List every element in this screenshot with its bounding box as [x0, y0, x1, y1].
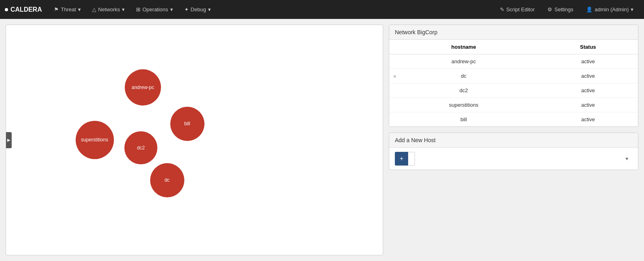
network-node[interactable]: dc2 — [124, 131, 157, 164]
cell-hostname: dc2 — [389, 83, 538, 98]
select-arrow-icon: ▼ — [625, 156, 629, 161]
navbar: CALDERA ⚑ Threat ▾ △ Networks ▾ ⊞ Operat… — [0, 0, 644, 19]
add-host-button[interactable]: + — [395, 152, 408, 166]
gear-icon: ⚙ — [547, 6, 552, 12]
network-panel-header: Network BigCorp — [389, 25, 638, 40]
cell-status: active — [538, 83, 638, 98]
table-row: ×dcactive — [389, 69, 638, 83]
script-icon: ✎ — [500, 6, 504, 12]
network-node[interactable]: andrew-pc — [125, 69, 161, 106]
nav-operations-label: Operations — [142, 6, 168, 12]
nav-script-editor[interactable]: ✎ Script Editor — [494, 0, 541, 19]
viz-panel: ▶ andrew-pcbillsuperstitionsdc2dc — [6, 25, 383, 255]
nav-threat-label: Threat — [61, 6, 76, 12]
cell-hostname: andrew-pc — [389, 54, 538, 69]
network-title: Network BigCorp — [395, 29, 438, 35]
col-hostname: hostname — [389, 40, 538, 54]
node-label: andrew-pc — [130, 85, 156, 90]
cell-status: active — [538, 69, 638, 83]
viz-canvas: andrew-pcbillsuperstitionsdc2dc — [6, 25, 383, 255]
node-label: superstitions — [79, 137, 109, 143]
table-row: andrew-pcactive — [389, 54, 638, 69]
networks-icon: △ — [92, 6, 96, 12]
threat-icon: ⚑ — [54, 6, 59, 12]
node-label: bill — [183, 121, 192, 126]
node-label: dc2 — [135, 145, 146, 151]
network-node[interactable]: dc — [150, 163, 184, 197]
network-node[interactable]: bill — [170, 107, 204, 141]
operations-icon: ⊞ — [136, 6, 140, 12]
cell-hostname: ×dc — [389, 69, 538, 83]
host-select-wrapper: ▼ — [408, 152, 632, 166]
chevron-down-icon: ▾ — [78, 6, 81, 12]
table-row: billactive — [389, 112, 638, 127]
brand[interactable]: CALDERA — [5, 6, 42, 13]
debug-icon: ✦ — [184, 6, 189, 12]
add-host-title: Add a New Host — [395, 137, 436, 143]
node-label: dc — [163, 177, 171, 183]
cell-status: active — [538, 112, 638, 127]
chevron-down-icon: ▾ — [208, 6, 211, 12]
cell-hostname: bill — [389, 112, 538, 127]
main-content: ▶ andrew-pcbillsuperstitionsdc2dc Networ… — [0, 19, 644, 261]
host-select[interactable] — [408, 152, 415, 166]
add-host-header: Add a New Host — [389, 133, 638, 148]
nav-threat[interactable]: ⚑ Threat ▾ — [48, 0, 87, 19]
nav-debug[interactable]: ✦ Debug ▾ — [179, 0, 217, 19]
nav-networks[interactable]: △ Networks ▾ — [87, 0, 130, 19]
nav-operations[interactable]: ⊞ Operations ▾ — [130, 0, 179, 19]
network-node[interactable]: superstitions — [76, 121, 114, 159]
add-host-panel: Add a New Host + ▼ — [389, 133, 638, 170]
add-host-body: + ▼ — [389, 148, 638, 170]
table-row: superstitionsactive — [389, 98, 638, 112]
nav-script-editor-label: Script Editor — [506, 6, 535, 12]
user-icon: 👤 — [586, 6, 592, 12]
nav-settings[interactable]: ⚙ Settings — [542, 0, 579, 19]
nav-admin[interactable]: 👤 admin (Admin) ▾ — [580, 0, 639, 19]
nav-settings-label: Settings — [554, 6, 573, 12]
table-row: dc2active — [389, 83, 638, 98]
cell-status: active — [538, 98, 638, 112]
brand-dot — [5, 8, 8, 11]
brand-name: CALDERA — [10, 6, 42, 13]
network-panel: Network BigCorp hostname Status andrew-p… — [389, 25, 638, 127]
nav-right: ✎ Script Editor ⚙ Settings 👤 admin (Admi… — [494, 0, 639, 19]
nav-admin-label: admin (Admin) — [594, 6, 629, 12]
nav-networks-label: Networks — [98, 6, 120, 12]
x-mark-icon[interactable]: × — [393, 73, 396, 79]
chevron-down-icon: ▾ — [170, 6, 173, 12]
chevron-down-icon: ▾ — [122, 6, 125, 12]
col-status: Status — [538, 40, 638, 54]
cell-status: active — [538, 54, 638, 69]
chevron-down-icon: ▾ — [631, 6, 634, 12]
nav-debug-label: Debug — [191, 6, 206, 12]
cell-hostname: superstitions — [389, 98, 538, 112]
network-table: hostname Status andrew-pcactive×dcactive… — [389, 40, 638, 126]
right-panel: Network BigCorp hostname Status andrew-p… — [389, 25, 638, 255]
